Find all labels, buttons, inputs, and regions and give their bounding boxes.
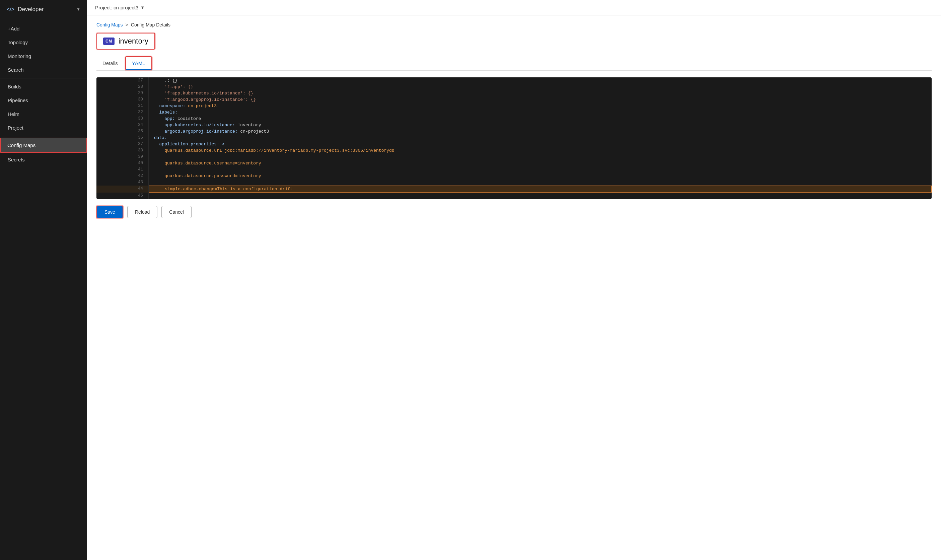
sidebar-item-add[interactable]: +Add <box>0 22 87 35</box>
sidebar: </> Developer ▼ +Add Topology Monitoring… <box>0 0 87 560</box>
line-content: .: {} <box>149 77 932 84</box>
developer-icon: </> <box>7 6 14 12</box>
table-row: 39 <box>97 154 932 160</box>
nav-divider-1 <box>0 78 87 78</box>
line-number: 30 <box>97 97 149 103</box>
sidebar-item-helm[interactable]: Helm <box>0 107 87 121</box>
line-number: 45 <box>97 192 149 199</box>
breadcrumb-configmaps-link[interactable]: Config Maps <box>97 22 123 28</box>
line-content: application.properties: > <box>149 141 932 148</box>
sidebar-item-configmaps[interactable]: Config Maps <box>0 138 87 153</box>
line-number: 35 <box>97 128 149 135</box>
line-content: 'f:app': {} <box>149 84 932 90</box>
line-number: 39 <box>97 154 149 160</box>
line-content: 'f:app.kubernetes.io/instance': {} <box>149 90 932 97</box>
line-content: app: coolstore <box>149 115 932 122</box>
project-label: Project: cn-project3 <box>95 5 138 11</box>
line-content: quarkus.datasource.username=inventory <box>149 160 932 166</box>
table-row: 43 <box>97 179 932 186</box>
line-content <box>149 166 932 173</box>
tab-yaml[interactable]: YAML <box>126 57 151 70</box>
table-row: 44 simple.adhoc.change=This is a configu… <box>97 186 932 192</box>
sidebar-item-search[interactable]: Search <box>0 63 87 77</box>
breadcrumb: Config Maps > Config Map Details <box>97 22 932 28</box>
line-content: simple.adhoc.change=This is a configurat… <box>149 186 932 192</box>
sidebar-item-topology[interactable]: Topology <box>0 35 87 49</box>
configmap-title-box: CM inventory <box>97 33 155 49</box>
table-row: 32 labels: <box>97 109 932 115</box>
table-row: 35 argocd.argoproj.io/instance: cn-proje… <box>97 128 932 135</box>
line-number: 32 <box>97 109 149 115</box>
breadcrumb-separator: > <box>126 22 128 28</box>
project-chevron-icon: ▼ <box>140 5 145 10</box>
breadcrumb-current: Config Map Details <box>131 22 171 28</box>
line-content: labels: <box>149 109 932 115</box>
sidebar-item-secrets[interactable]: Secrets <box>0 153 87 166</box>
line-number: 37 <box>97 141 149 148</box>
table-row: 30 'f:argocd.argoproj.io/instance': {} <box>97 97 932 103</box>
line-content: namespace: cn-project3 <box>149 103 932 109</box>
line-number: 27 <box>97 77 149 84</box>
action-bar: Save Reload Cancel <box>97 206 932 218</box>
line-content: app.kubernetes.io/instance: inventory <box>149 122 932 128</box>
line-number: 36 <box>97 135 149 141</box>
sidebar-item-monitoring[interactable]: Monitoring <box>0 49 87 63</box>
content-area: Config Maps > Config Map Details CM inve… <box>87 15 941 560</box>
project-selector[interactable]: Project: cn-project3 ▼ <box>95 5 145 11</box>
table-row: 36data: <box>97 135 932 141</box>
cancel-button[interactable]: Cancel <box>161 206 192 218</box>
table-row: 45 <box>97 192 932 199</box>
table-row: 38 quarkus.datasource.url=jdbc:mariadb:/… <box>97 148 932 154</box>
sidebar-chevron-icon[interactable]: ▼ <box>76 7 80 12</box>
nav-divider-2 <box>0 136 87 136</box>
tab-details[interactable]: Details <box>97 57 124 70</box>
configmap-name: inventory <box>118 37 148 46</box>
line-number: 40 <box>97 160 149 166</box>
tab-yaml-wrapper: YAML <box>125 56 152 70</box>
line-content: 'f:argocd.argoproj.io/instance': {} <box>149 97 932 103</box>
table-row: 40 quarkus.datasource.username=inventory <box>97 160 932 166</box>
sidebar-title: Developer <box>18 6 44 13</box>
line-content <box>149 192 932 199</box>
sidebar-nav: +Add Topology Monitoring Search Builds P… <box>0 19 87 560</box>
line-number: 33 <box>97 115 149 122</box>
line-number: 28 <box>97 84 149 90</box>
sidebar-item-pipelines[interactable]: Pipelines <box>0 94 87 107</box>
line-number: 42 <box>97 173 149 179</box>
sidebar-item-project[interactable]: Project <box>0 121 87 135</box>
table-row: 41 <box>97 166 932 173</box>
sidebar-brand[interactable]: </> Developer <box>7 6 44 13</box>
sidebar-item-builds[interactable]: Builds <box>0 80 87 94</box>
top-bar: Project: cn-project3 ▼ <box>87 0 941 15</box>
table-row: 28 'f:app': {} <box>97 84 932 90</box>
line-number: 41 <box>97 166 149 173</box>
line-number: 38 <box>97 148 149 154</box>
table-row: 34 app.kubernetes.io/instance: inventory <box>97 122 932 128</box>
table-row: 37 application.properties: > <box>97 141 932 148</box>
line-content: data: <box>149 135 932 141</box>
table-row: 27 .: {} <box>97 77 932 84</box>
tab-bar: Details YAML <box>97 56 932 71</box>
line-number: 44 <box>97 186 149 192</box>
reload-button[interactable]: Reload <box>127 206 157 218</box>
line-number: 31 <box>97 103 149 109</box>
table-row: 33 app: coolstore <box>97 115 932 122</box>
line-content: quarkus.datasource.password=inventory <box>149 173 932 179</box>
save-button[interactable]: Save <box>97 206 123 218</box>
table-row: 31 namespace: cn-project3 <box>97 103 932 109</box>
line-content: quarkus.datasource.url=jdbc:mariadb://in… <box>149 148 932 154</box>
main-content: Project: cn-project3 ▼ Config Maps > Con… <box>87 0 941 560</box>
code-lines: 27 .: {}28 'f:app': {}29 'f:app.kubernet… <box>97 77 932 199</box>
line-content <box>149 179 932 186</box>
line-content: argocd.argoproj.io/instance: cn-project3 <box>149 128 932 135</box>
table-row: 29 'f:app.kubernetes.io/instance': {} <box>97 90 932 97</box>
line-number: 34 <box>97 122 149 128</box>
line-number: 43 <box>97 179 149 186</box>
table-row: 42 quarkus.datasource.password=inventory <box>97 173 932 179</box>
sidebar-header: </> Developer ▼ <box>0 0 87 19</box>
cm-badge: CM <box>103 37 115 45</box>
code-editor[interactable]: 27 .: {}28 'f:app': {}29 'f:app.kubernet… <box>97 77 932 199</box>
line-content <box>149 154 932 160</box>
line-number: 29 <box>97 90 149 97</box>
